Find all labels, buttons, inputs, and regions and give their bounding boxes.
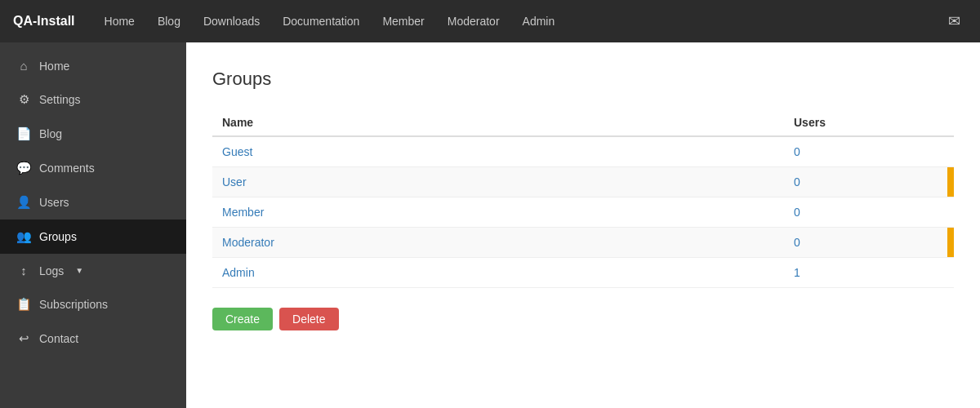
row-indicator	[947, 258, 954, 288]
table-row: Admin 1	[212, 258, 954, 288]
navbar-link-blog[interactable]: Blog	[148, 10, 190, 33]
navbar-brand[interactable]: QA-Install	[13, 14, 75, 29]
settings-icon: ⚙	[16, 92, 31, 107]
group-users-cell: 0	[784, 136, 947, 167]
sidebar-label-comments: Comments	[39, 162, 95, 175]
sidebar-item-subscriptions[interactable]: 📋 Subscriptions	[0, 287, 186, 322]
sidebar-item-comments[interactable]: 💬 Comments	[0, 151, 186, 185]
col-users-header: Users	[784, 109, 947, 136]
sidebar-item-users[interactable]: 👤 Users	[0, 185, 186, 220]
navbar-links: HomeBlogDownloadsDocumentationMemberMode…	[95, 10, 942, 33]
create-button[interactable]: Create	[212, 308, 273, 330]
mail-icon[interactable]: ✉	[942, 9, 967, 33]
group-name-cell[interactable]: Moderator	[212, 228, 784, 258]
button-row: Create Delete	[212, 308, 954, 330]
group-name-cell[interactable]: Member	[212, 197, 784, 228]
contact-icon: ↩	[16, 331, 31, 346]
users-icon: 👤	[16, 195, 31, 210]
navbar-link-documentation[interactable]: Documentation	[273, 10, 369, 33]
group-name-cell[interactable]: Admin	[212, 258, 784, 288]
col-indicator-header	[947, 109, 954, 136]
row-indicator	[947, 197, 954, 228]
col-name-header: Name	[212, 109, 784, 136]
navbar: QA-Install HomeBlogDownloadsDocumentatio…	[0, 0, 980, 42]
sidebar-item-settings[interactable]: ⚙ Settings	[0, 82, 186, 117]
main-content: Groups Name Users Guest 0 User 0 Member …	[186, 42, 980, 408]
sidebar-label-groups: Groups	[39, 230, 77, 243]
row-indicator	[947, 167, 954, 197]
navbar-link-member[interactable]: Member	[372, 10, 434, 33]
home-icon: ⌂	[16, 59, 31, 73]
sidebar-label-blog: Blog	[39, 127, 62, 140]
row-indicator	[947, 228, 954, 258]
groups-icon: 👥	[16, 229, 31, 244]
navbar-link-home[interactable]: Home	[95, 10, 145, 33]
group-users-cell: 1	[784, 258, 947, 288]
sidebar-label-logs: Logs	[39, 264, 64, 277]
sidebar-label-users: Users	[39, 196, 69, 209]
sidebar-label-home: Home	[39, 60, 69, 73]
sidebar-item-contact[interactable]: ↩ Contact	[0, 322, 186, 356]
group-users-cell: 0	[784, 197, 947, 228]
logs-arrow-icon: ▼	[75, 266, 83, 275]
sidebar-label-settings: Settings	[39, 93, 81, 106]
logs-icon: ↕	[16, 264, 31, 277]
group-users-cell: 0	[784, 167, 947, 197]
sidebar-label-subscriptions: Subscriptions	[39, 298, 108, 311]
delete-button[interactable]: Delete	[279, 308, 338, 330]
layout: ⌂ Home ⚙ Settings 📄 Blog 💬 Comments 👤 Us…	[0, 42, 980, 408]
table-row: Moderator 0	[212, 228, 954, 258]
sidebar-label-contact: Contact	[39, 332, 78, 345]
page-title: Groups	[212, 69, 954, 90]
navbar-link-moderator[interactable]: Moderator	[438, 10, 510, 33]
sidebar-item-blog[interactable]: 📄 Blog	[0, 117, 186, 151]
sidebar: ⌂ Home ⚙ Settings 📄 Blog 💬 Comments 👤 Us…	[0, 42, 186, 408]
subscriptions-icon: 📋	[16, 297, 31, 312]
comments-icon: 💬	[16, 161, 31, 175]
blog-icon: 📄	[16, 126, 31, 141]
navbar-link-admin[interactable]: Admin	[513, 10, 565, 33]
navbar-link-downloads[interactable]: Downloads	[194, 10, 270, 33]
group-name-cell[interactable]: User	[212, 167, 784, 197]
sidebar-item-logs[interactable]: ↕ Logs ▼	[0, 254, 186, 287]
group-name-cell[interactable]: Guest	[212, 136, 784, 167]
groups-table: Name Users Guest 0 User 0 Member 0 Moder…	[212, 109, 954, 288]
table-row: User 0	[212, 167, 954, 197]
table-row: Guest 0	[212, 136, 954, 167]
row-indicator	[947, 136, 954, 167]
table-row: Member 0	[212, 197, 954, 228]
sidebar-item-groups[interactable]: 👥 Groups	[0, 220, 186, 254]
sidebar-item-home[interactable]: ⌂ Home	[0, 49, 186, 82]
group-users-cell: 0	[784, 228, 947, 258]
